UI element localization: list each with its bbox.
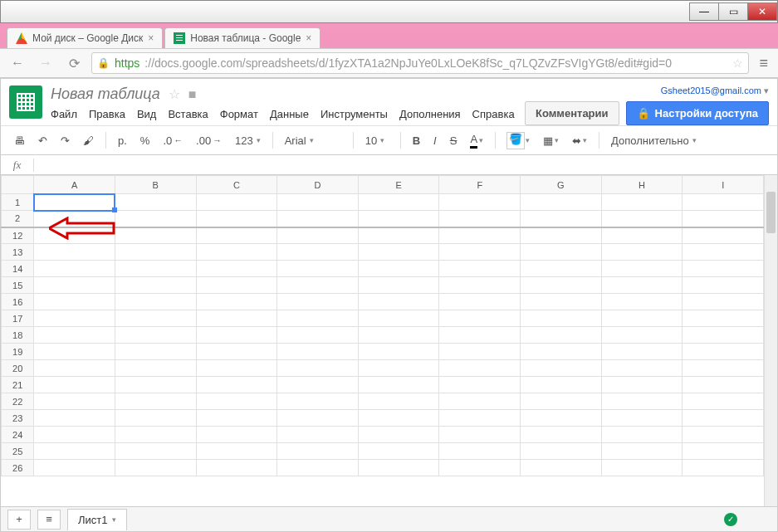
cell[interactable] (34, 443, 115, 460)
cell[interactable] (439, 227, 521, 244)
column-header[interactable]: E (358, 176, 439, 194)
text-color-button[interactable]: A▾ (465, 129, 488, 152)
cell[interactable] (601, 327, 683, 344)
cell[interactable] (115, 244, 196, 261)
cell[interactable] (196, 393, 277, 410)
cell[interactable] (196, 427, 277, 443)
cell[interactable] (521, 244, 602, 261)
cell[interactable] (196, 443, 277, 460)
cell[interactable] (277, 410, 359, 427)
doc-title[interactable]: Новая таблица (51, 85, 160, 103)
cell[interactable] (683, 427, 764, 443)
cell[interactable] (521, 294, 602, 310)
cell[interactable] (196, 344, 277, 360)
cell[interactable] (521, 393, 602, 410)
cell[interactable] (358, 244, 439, 261)
cell[interactable] (34, 194, 115, 211)
cell[interactable] (439, 194, 521, 211)
cell[interactable] (439, 427, 521, 443)
column-header[interactable]: D (277, 176, 359, 194)
cell[interactable] (683, 277, 764, 294)
row-header[interactable]: 12 (2, 227, 34, 244)
cell[interactable] (277, 277, 359, 294)
cell[interactable] (277, 261, 359, 277)
cell[interactable] (277, 377, 359, 393)
cell[interactable] (115, 327, 196, 344)
status-ok-icon[interactable]: ✓ (724, 513, 737, 526)
cell[interactable] (521, 427, 602, 443)
row-header[interactable]: 24 (2, 427, 34, 443)
cell[interactable] (34, 377, 115, 393)
cell[interactable] (196, 261, 277, 277)
cell[interactable] (521, 460, 602, 476)
cell[interactable] (277, 194, 359, 211)
cell[interactable] (358, 393, 439, 410)
cell[interactable] (521, 443, 602, 460)
user-email[interactable]: Gsheet2015@gmail.com ▾ (661, 85, 769, 96)
cell[interactable] (601, 410, 683, 427)
cell[interactable] (601, 393, 683, 410)
decrease-decimal-button[interactable]: .0← (158, 131, 188, 150)
cell[interactable] (683, 244, 764, 261)
cell[interactable] (521, 327, 602, 344)
cell[interactable] (277, 327, 359, 344)
cell[interactable] (439, 211, 521, 227)
cell[interactable] (601, 443, 683, 460)
folder-icon[interactable]: ■ (188, 87, 197, 102)
close-icon[interactable]: × (306, 32, 311, 44)
cell[interactable] (115, 211, 196, 227)
cell[interactable] (439, 460, 521, 476)
cell[interactable] (196, 244, 277, 261)
star-icon[interactable]: ☆ (169, 86, 180, 102)
select-all-corner[interactable] (2, 176, 34, 194)
row-header[interactable]: 17 (2, 310, 34, 327)
increase-decimal-button[interactable]: .00→ (191, 131, 227, 150)
cell[interactable] (34, 277, 115, 294)
undo-button[interactable]: ↶ (33, 131, 52, 150)
cell[interactable] (115, 310, 196, 327)
cell[interactable] (115, 460, 196, 476)
print-button[interactable]: 🖶 (9, 131, 30, 150)
cell[interactable] (601, 294, 683, 310)
cell[interactable] (358, 294, 439, 310)
cell[interactable] (439, 344, 521, 360)
cell[interactable] (601, 427, 683, 443)
cell[interactable] (34, 393, 115, 410)
cell[interactable] (34, 460, 115, 476)
row-header[interactable]: 19 (2, 344, 34, 360)
cell[interactable] (358, 211, 439, 227)
cell[interactable] (277, 227, 359, 244)
cell[interactable] (683, 327, 764, 344)
row-header[interactable]: 1 (2, 194, 34, 211)
browser-tab-drive[interactable]: Мой диск – Google Диск × (7, 27, 163, 48)
spreadsheet-grid[interactable]: ABCDEFGHI 121213141516171819202122232425… (1, 175, 777, 506)
browser-menu-button[interactable]: ≡ (756, 55, 771, 72)
cell[interactable] (601, 344, 683, 360)
cell[interactable] (277, 443, 359, 460)
cell[interactable] (115, 377, 196, 393)
cell[interactable] (115, 194, 196, 211)
cell[interactable] (601, 460, 683, 476)
cell[interactable] (358, 227, 439, 244)
cell[interactable] (521, 277, 602, 294)
cell[interactable] (601, 194, 683, 211)
cell[interactable] (358, 410, 439, 427)
cell[interactable] (439, 360, 521, 377)
cell[interactable] (683, 227, 764, 244)
cell[interactable] (358, 261, 439, 277)
number-format-select[interactable]: 123▾ (230, 131, 266, 150)
menu-file[interactable]: Файл (51, 108, 77, 120)
cell[interactable] (601, 244, 683, 261)
cell[interactable] (196, 294, 277, 310)
cell[interactable] (196, 194, 277, 211)
menu-insert[interactable]: Вставка (168, 108, 208, 120)
cell[interactable] (439, 310, 521, 327)
formula-input[interactable] (34, 155, 777, 174)
address-bar[interactable]: 🔒 https ://docs.google.com/spreadsheets/… (91, 52, 749, 74)
vertical-scrollbar[interactable] (764, 175, 777, 506)
paint-format-button[interactable]: 🖌 (78, 131, 99, 150)
cell[interactable] (277, 393, 359, 410)
cell[interactable] (439, 277, 521, 294)
column-header[interactable]: G (521, 176, 602, 194)
cell[interactable] (34, 227, 115, 244)
